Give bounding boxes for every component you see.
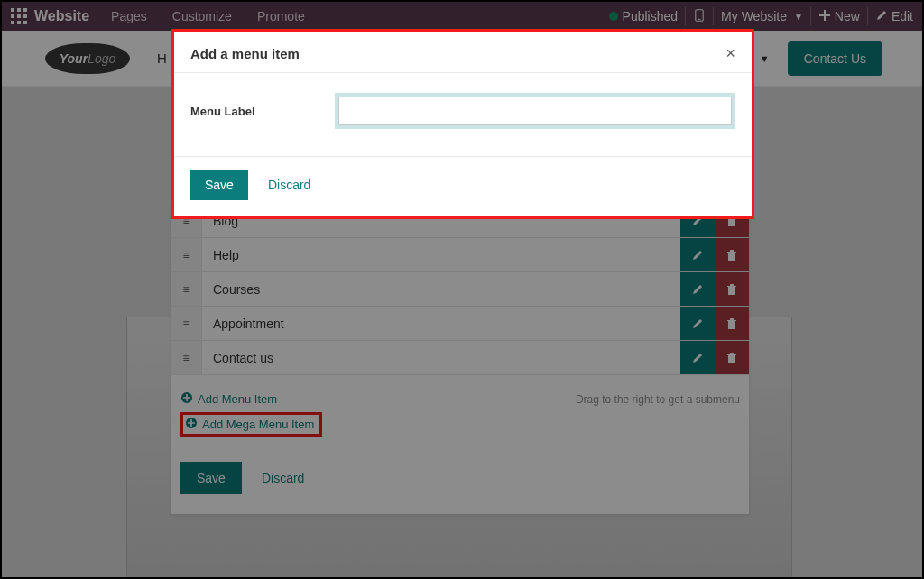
discard-link[interactable]: Discard — [268, 178, 310, 192]
menu-label-field-label: Menu Label — [190, 105, 335, 118]
close-icon[interactable]: × — [725, 44, 735, 63]
save-button[interactable]: Save — [190, 170, 248, 200]
add-menu-item-modal: Add a menu item × Menu Label Save Discar… — [171, 29, 754, 219]
modal-title: Add a menu item — [190, 46, 300, 61]
modal-body: Menu Label — [174, 73, 752, 156]
modal-footer: Save Discard — [174, 156, 752, 216]
menu-label-field-wrap — [335, 93, 735, 129]
menu-label-input[interactable] — [338, 96, 732, 125]
modal-header: Add a menu item × — [174, 32, 752, 73]
